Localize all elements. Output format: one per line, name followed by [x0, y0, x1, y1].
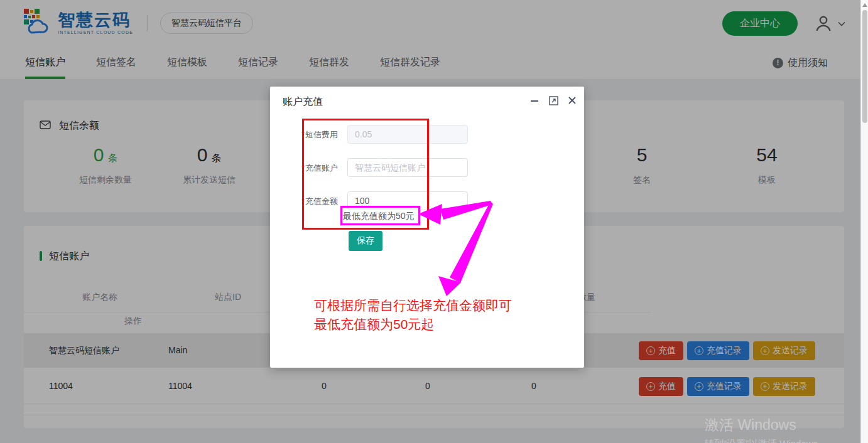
modal-title: 账户充值	[283, 95, 323, 109]
recharge-account-label: *充值账户	[301, 163, 343, 174]
save-button[interactable]: 保存	[349, 231, 382, 251]
minimize-icon[interactable]	[529, 95, 540, 106]
sms-fee-input[interactable]	[347, 125, 468, 144]
recharge-amount-label: *充值金额	[301, 196, 343, 207]
maximize-icon[interactable]	[548, 95, 559, 106]
vertical-scrollbar[interactable]	[860, 0, 868, 443]
scrollbar-up-arrow-icon[interactable]	[862, 3, 867, 7]
scrollbar-thumb[interactable]	[862, 10, 867, 123]
recharge-account-input[interactable]	[347, 158, 468, 177]
recharge-amount-input[interactable]	[347, 191, 468, 210]
close-icon[interactable]	[567, 95, 578, 106]
minimum-recharge-hint: 最低充值额为50元	[343, 211, 415, 222]
sms-fee-label: *短信费用	[301, 129, 343, 141]
recharge-modal: 账户充值 *短信费用 *充值账户 *充值金额 最低充值额为50元	[270, 87, 584, 368]
